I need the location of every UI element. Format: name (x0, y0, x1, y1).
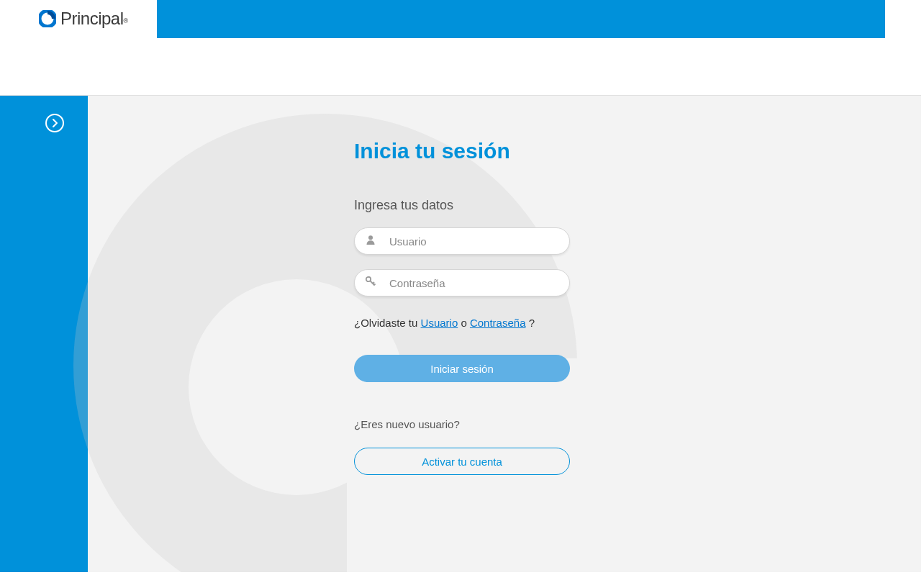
svg-line-6 (373, 282, 374, 284)
forgot-prefix: ¿Olvidaste tu (354, 317, 421, 329)
login-title: Inicia tu sesión (354, 139, 570, 163)
svg-point-1 (44, 15, 51, 22)
content-area: Inicia tu sesión Ingresa tus datos (0, 95, 921, 572)
registered-mark: ® (124, 17, 129, 24)
login-form: Inicia tu sesión Ingresa tus datos (354, 139, 570, 475)
password-group (354, 269, 570, 296)
login-subtitle: Ingresa tus datos (354, 198, 570, 213)
username-input[interactable] (354, 227, 570, 255)
activate-account-button[interactable]: Activar tu cuenta (354, 448, 570, 475)
password-input[interactable] (354, 269, 570, 296)
brand-logo[interactable]: Principal ® (39, 1, 128, 36)
forgot-middle: o (458, 317, 470, 329)
login-button[interactable]: Iniciar sesión (354, 355, 570, 382)
sidebar-expand-button[interactable] (45, 113, 65, 133)
svg-point-3 (368, 235, 373, 240)
forgot-password-link[interactable]: Contraseña (470, 317, 526, 329)
forgot-username-link[interactable]: Usuario (421, 317, 458, 329)
username-group (354, 227, 570, 255)
svg-line-7 (374, 284, 376, 286)
principal-logo-icon (39, 10, 56, 27)
key-icon (366, 276, 376, 289)
forgot-suffix: ? (525, 317, 535, 329)
new-user-prompt: ¿Eres nuevo usuario? (354, 418, 570, 430)
chevron-right-circle-icon (45, 113, 65, 133)
forgot-text: ¿Olvidaste tu Usuario o Contraseña ? (354, 317, 570, 329)
svg-point-2 (46, 114, 63, 132)
main-content: Inicia tu sesión Ingresa tus datos (88, 96, 921, 572)
brand-name: Principal (60, 9, 124, 29)
header-bar (157, 0, 885, 38)
user-icon (366, 235, 376, 248)
